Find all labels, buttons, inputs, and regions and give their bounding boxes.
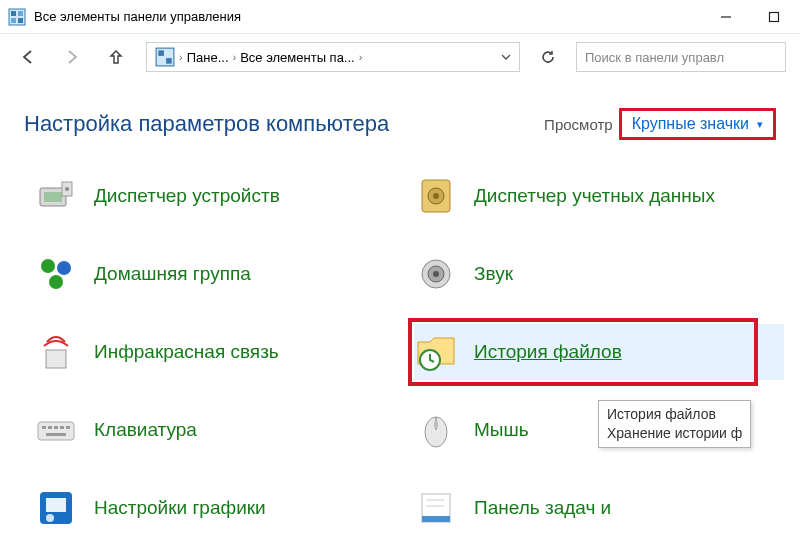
back-button[interactable] [14,43,42,71]
device-manager-icon [34,174,78,218]
item-label: Настройки графики [94,496,266,520]
search-input[interactable]: Поиск в панели управл [576,42,786,72]
svg-point-13 [65,187,69,191]
window-controls [712,6,792,28]
item-label: История файлов [474,340,622,364]
content-header: Настройка параметров компьютера Просмотр… [0,80,800,154]
address-bar[interactable]: › Пане... › Все элементы па... › [146,42,520,72]
svg-rect-28 [54,426,58,429]
svg-point-37 [46,514,54,522]
control-panel-grid: Диспетчер устройств Диспетчер учетных да… [0,154,800,541]
svg-rect-39 [422,516,450,522]
keyboard-icon [34,408,78,452]
svg-point-19 [49,275,63,289]
chevron-right-icon[interactable]: › [359,51,363,63]
maximize-button[interactable] [760,6,788,28]
taskbar-icon [414,486,458,530]
up-button[interactable] [102,43,130,71]
tooltip-title: История файлов [607,405,742,424]
control-panel-icon [155,47,175,67]
svg-rect-6 [770,12,779,21]
breadcrumb-segment[interactable]: Пане... [183,50,233,65]
mouse-icon [414,408,458,452]
minimize-button[interactable] [712,6,740,28]
tooltip-desc: Хранение истории ф [607,424,742,443]
svg-rect-1 [11,11,16,16]
item-graphics-settings[interactable]: Настройки графики [34,480,404,536]
svg-point-22 [433,271,439,277]
breadcrumb-segment[interactable]: Все элементы па... [236,50,359,65]
item-homegroup[interactable]: Домашняя группа [34,246,404,302]
svg-rect-27 [48,426,52,429]
item-label: Мышь [474,418,529,442]
address-dropdown[interactable] [497,52,515,62]
svg-rect-4 [18,18,23,23]
item-label: Звук [474,262,513,286]
item-label: Инфракрасная связь [94,340,279,364]
refresh-button[interactable] [536,45,560,69]
titlebar: Все элементы панели управления [0,0,800,34]
svg-point-18 [57,261,71,275]
view-value: Крупные значки [632,115,749,133]
svg-rect-9 [166,58,172,64]
item-label: Домашняя группа [94,262,251,286]
svg-rect-30 [66,426,70,429]
intel-graphics-icon [34,486,78,530]
page-title: Настройка параметров компьютера [24,111,389,137]
svg-rect-8 [158,50,164,56]
navigation-bar: › Пане... › Все элементы па... › Поиск в… [0,34,800,80]
view-label: Просмотр [544,116,619,133]
svg-rect-31 [46,433,66,436]
svg-rect-25 [38,422,74,440]
search-placeholder: Поиск в панели управл [585,50,724,65]
svg-rect-2 [18,11,23,16]
svg-rect-3 [11,18,16,23]
caret-down-icon: ▾ [757,118,763,131]
item-label: Клавиатура [94,418,197,442]
forward-button[interactable] [58,43,86,71]
item-sound[interactable]: Звук [414,246,784,302]
item-credential-manager[interactable]: Диспетчер учетных данных [414,168,784,224]
item-label: Диспетчер устройств [94,184,280,208]
item-infrared[interactable]: Инфракрасная связь [34,324,404,380]
homegroup-icon [34,252,78,296]
speaker-icon [414,252,458,296]
folder-clock-icon [414,330,458,374]
svg-point-16 [433,193,439,199]
svg-rect-23 [46,350,66,368]
tooltip: История файлов Хранение истории ф [598,400,751,448]
svg-point-17 [41,259,55,273]
infrared-icon [34,330,78,374]
svg-rect-29 [60,426,64,429]
svg-rect-26 [42,426,46,429]
view-selector[interactable]: Крупные значки ▾ [619,108,776,140]
svg-rect-36 [46,498,66,512]
item-label: Панель задач и [474,496,611,520]
safe-icon [414,174,458,218]
item-label: Диспетчер учетных данных [474,184,715,208]
svg-rect-34 [434,421,438,428]
control-panel-icon [8,8,26,26]
item-taskbar[interactable]: Панель задач и [414,480,784,536]
item-keyboard[interactable]: Клавиатура [34,402,404,458]
item-device-manager[interactable]: Диспетчер устройств [34,168,404,224]
svg-rect-11 [44,192,62,202]
item-file-history[interactable]: История файлов [414,324,784,380]
window-title: Все элементы панели управления [34,9,241,24]
